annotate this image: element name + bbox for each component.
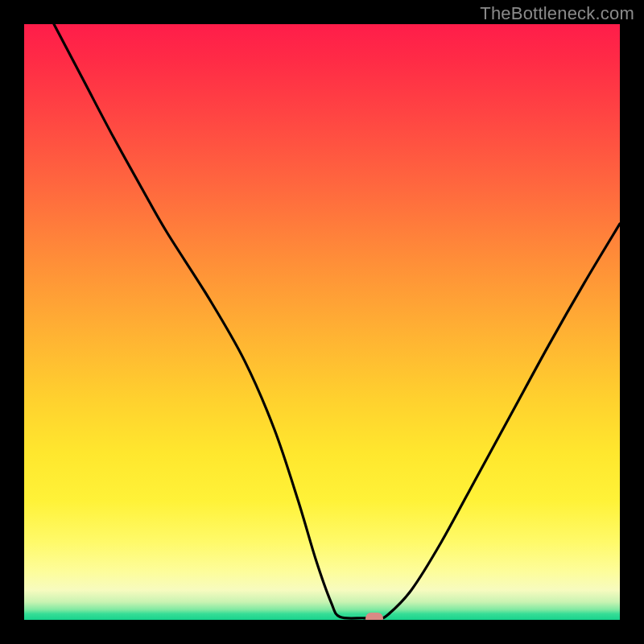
minimum-marker [365,613,383,620]
bottleneck-curve [24,24,620,620]
chart-container: TheBottleneck.com [0,0,644,644]
watermark-text: TheBottleneck.com [480,3,634,24]
plot-area [24,24,620,620]
